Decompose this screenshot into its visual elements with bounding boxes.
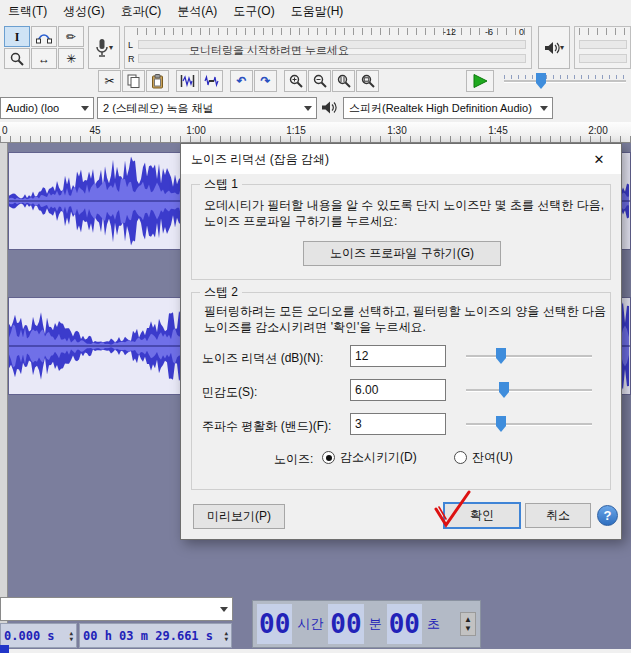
redo-icon: ↷ [260, 75, 270, 87]
menu-item-analyze[interactable]: 분석(A) [169, 0, 225, 23]
spinner-down-icon[interactable]: ▼ [464, 624, 472, 633]
ok-button[interactable]: 확인 [443, 502, 521, 529]
record-meter-scale [137, 28, 525, 35]
step2-desc-line2: 노이즈를 감소시키려면 '확인'을 누르세요. [204, 319, 426, 336]
silence-icon [204, 74, 219, 88]
selection-length-display[interactable]: 00 h 03 m 29.661 s ▲ ▼ [79, 623, 232, 648]
step1-legend: 스텝 1 [200, 176, 242, 193]
dialog-title: 노이즈 리덕션 (잡음 감쇄) [191, 151, 329, 168]
zoom-selection-button[interactable] [332, 70, 355, 92]
get-noise-profile-button[interactable]: 노이즈 프로파일 구하기(G) [303, 241, 501, 266]
step1-desc-line1: 오데시티가 필터할 내용을 알 수 있도록 단지 노이즈만 몇 초를 선택한 다… [204, 197, 604, 214]
spinner-down-icon[interactable]: ▼ [224, 636, 228, 642]
redo-button[interactable]: ↷ [254, 70, 277, 92]
zoom-out-button[interactable] [308, 70, 331, 92]
noise-reduction-label: 노이즈 리덕션 (dB)(N): [202, 350, 323, 367]
playback-speed-slider[interactable] [502, 70, 628, 92]
hours-digits: 00 [257, 604, 292, 644]
cut-button[interactable]: ✂ [98, 70, 121, 92]
step2-legend: 스텝 2 [200, 284, 242, 301]
noise-reduction-dialog: 노이즈 리덕션 (잡음 감쇄) ✕ 스텝 1 오데시티가 필터할 내용을 알 수… [180, 143, 622, 540]
timeshift-tool-icon: ↔ [38, 53, 50, 65]
zoom-out-icon [313, 74, 327, 88]
playback-meter-scale [579, 28, 628, 35]
step2-desc-line1: 필터링하려는 모든 오디오를 선택하고, 필터링할 노이즈의 양을 선택한 다음 [204, 303, 606, 320]
paste-button[interactable] [146, 70, 169, 92]
playback-device-combo[interactable]: 스피커(Realtek High Definition Audio) [343, 97, 553, 119]
selection-start-display[interactable]: 0.000 s ▲ ▼ [0, 623, 77, 648]
chevron-down-icon: ▾ [109, 43, 113, 52]
selection-format-combo[interactable] [0, 597, 233, 621]
help-button[interactable]: ? [597, 505, 618, 526]
zoom-in-button[interactable] [284, 70, 307, 92]
noise-reduction-slider[interactable] [464, 345, 594, 367]
multi-tool-button[interactable]: ✳ [58, 48, 84, 69]
dialog-titlebar[interactable]: 노이즈 리덕션 (잡음 감쇄) ✕ [181, 144, 621, 174]
selection-tool-button[interactable]: I [4, 26, 30, 47]
record-device-button[interactable]: ▾ [88, 26, 120, 69]
preview-button[interactable]: 미리보기(P) [193, 504, 285, 529]
microphone-icon [95, 38, 109, 58]
slider-thumb[interactable] [496, 416, 506, 432]
draw-tool-button[interactable]: ✏ [58, 26, 84, 47]
sensitivity-slider[interactable] [464, 379, 594, 401]
copy-button[interactable] [122, 70, 145, 92]
silence-audio-button[interactable] [200, 70, 223, 92]
spinner-up-icon[interactable]: ▲ [464, 615, 472, 624]
position-spinner[interactable]: ▲ ▼ [460, 612, 476, 636]
menu-item-tools[interactable]: 도구(O) [225, 0, 282, 23]
audio-position-display[interactable]: 00 시간 00 분 00 초 ▲ ▼ [252, 600, 481, 648]
selection-length-spinner[interactable]: ▲ ▼ [224, 630, 228, 642]
zoom-fit-button[interactable] [356, 70, 379, 92]
menu-item-effect[interactable]: 효과(C) [113, 0, 170, 23]
sensitivity-input[interactable] [350, 379, 446, 401]
zoom-selection-icon [337, 74, 351, 88]
envelope-tool-icon [36, 30, 52, 44]
playback-device-button[interactable]: ▾ [538, 26, 570, 69]
menu-item-track[interactable]: 트랙(T) [0, 0, 55, 23]
slider-thumb[interactable] [496, 348, 506, 364]
noise-reduction-input[interactable] [350, 345, 446, 367]
step1-desc-line2: 노이즈 프로파일 구하기를 누르세요: [204, 213, 397, 230]
timeline-ruler[interactable]: 0 45 1:00 1:15 1:30 1:45 2:00 [0, 122, 631, 143]
record-meter[interactable]: -12 -6 0 L R 모니터링을 시작하려면 누르세요 [124, 26, 532, 69]
frequency-smoothing-input[interactable] [350, 413, 446, 435]
frequency-smoothing-slider[interactable] [464, 413, 594, 435]
spinner-down-icon[interactable]: ▼ [69, 636, 73, 642]
radio-icon [322, 451, 335, 464]
selection-start-value: 0.000 s [4, 629, 55, 643]
slider-groove [466, 389, 592, 392]
zoom-tool-button[interactable] [4, 48, 30, 69]
envelope-tool-button[interactable] [31, 26, 57, 47]
noise-label: 노이즈: [274, 451, 313, 468]
playback-meter[interactable] [574, 26, 631, 69]
record-channels-combo[interactable]: 2 (스테레오) 녹음 채널 [97, 97, 317, 119]
menu-item-help[interactable]: 도움말(H) [283, 0, 352, 23]
ruler-tick-marks [0, 136, 631, 142]
menu-item-generate[interactable]: 생성(G) [55, 0, 112, 23]
zoom-fit-icon [361, 74, 375, 88]
slider-groove [504, 80, 626, 83]
chevron-down-icon [540, 106, 548, 111]
cancel-button[interactable]: 취소 [525, 503, 591, 528]
right-channel-label: R [128, 54, 135, 64]
timeshift-tool-button[interactable]: ↔ [31, 48, 57, 69]
slider-thumb[interactable] [536, 73, 546, 89]
slider-ticks [504, 75, 626, 79]
play-at-speed-button[interactable] [466, 70, 494, 92]
seconds-digits: 00 [387, 604, 422, 644]
undo-button[interactable]: ↶ [230, 70, 253, 92]
trim-audio-button[interactable] [176, 70, 199, 92]
audio-host-combo[interactable]: Audio) (loo [0, 97, 94, 119]
selection-start-spinner[interactable]: ▲ ▼ [69, 630, 73, 642]
close-button[interactable]: ✕ [577, 144, 621, 174]
left-channel-label: L [128, 40, 133, 50]
reduce-radio[interactable]: 감소시키기(D) [322, 449, 417, 466]
residue-radio[interactable]: 잔여(U) [454, 449, 513, 466]
track-control-panel-edge [0, 143, 8, 649]
ruler-label: 2:00 [588, 125, 607, 136]
ruler-label: 1:30 [387, 125, 406, 136]
record-meter-text: 모니터링을 시작하려면 누르세요 [189, 43, 349, 58]
slider-thumb[interactable] [499, 382, 509, 398]
scissors-icon: ✂ [104, 75, 114, 87]
